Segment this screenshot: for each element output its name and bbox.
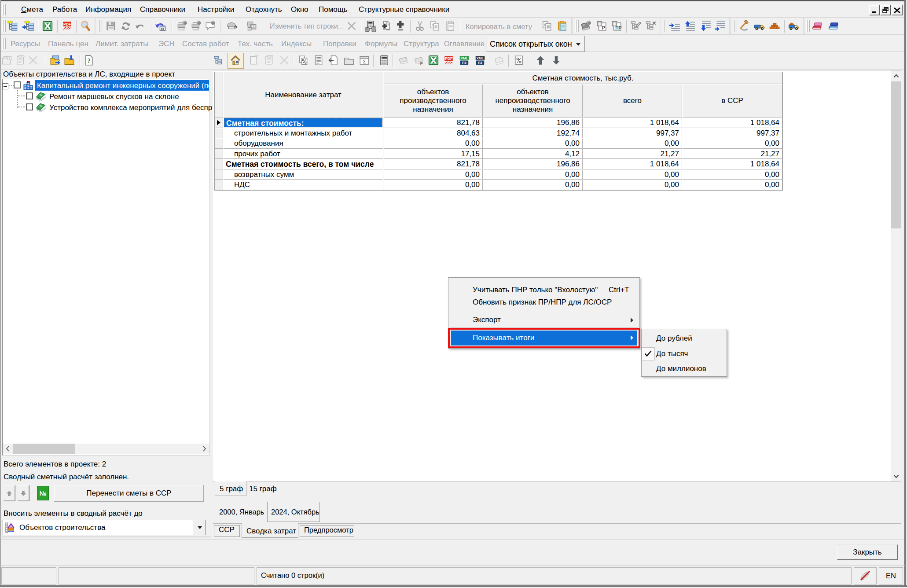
svg-text:PDF: PDF	[63, 22, 71, 26]
svg-text:XML: XML	[460, 56, 468, 60]
svg-text:?: ?	[87, 57, 90, 64]
svg-text:F: F	[420, 61, 422, 66]
svg-text:Σ: Σ	[363, 59, 366, 64]
svg-text:P: P	[602, 26, 605, 30]
svg-text:ПЗ: ПЗ	[462, 61, 466, 65]
svg-text:XML: XML	[476, 56, 484, 60]
svg-text:ПР: ПР	[615, 26, 621, 30]
svg-text:ПЗ: ПЗ	[478, 61, 482, 65]
svg-text:PDF: PDF	[445, 56, 452, 61]
